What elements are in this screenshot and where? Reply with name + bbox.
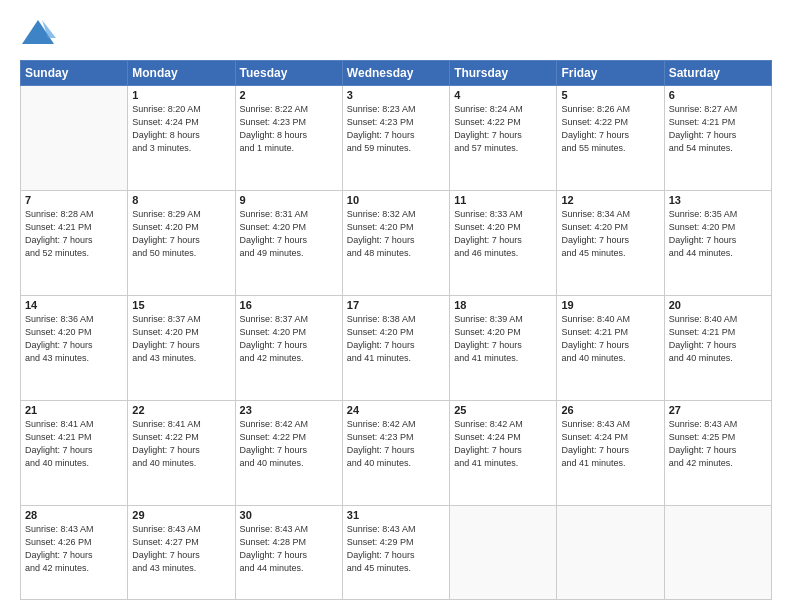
day-info: Sunrise: 8:43 AMSunset: 4:26 PMDaylight:… <box>25 523 123 575</box>
day-info: Sunrise: 8:42 AMSunset: 4:24 PMDaylight:… <box>454 418 552 470</box>
day-info: Sunrise: 8:20 AMSunset: 4:24 PMDaylight:… <box>132 103 230 155</box>
day-number: 13 <box>669 194 767 206</box>
calendar-cell: 14Sunrise: 8:36 AMSunset: 4:20 PMDayligh… <box>21 296 128 401</box>
day-number: 17 <box>347 299 445 311</box>
calendar-week-row: 7Sunrise: 8:28 AMSunset: 4:21 PMDaylight… <box>21 191 772 296</box>
weekday-header-tuesday: Tuesday <box>235 61 342 86</box>
calendar-cell: 11Sunrise: 8:33 AMSunset: 4:20 PMDayligh… <box>450 191 557 296</box>
calendar-cell: 5Sunrise: 8:26 AMSunset: 4:22 PMDaylight… <box>557 86 664 191</box>
day-info: Sunrise: 8:43 AMSunset: 4:28 PMDaylight:… <box>240 523 338 575</box>
day-number: 23 <box>240 404 338 416</box>
day-number: 29 <box>132 509 230 521</box>
day-info: Sunrise: 8:43 AMSunset: 4:29 PMDaylight:… <box>347 523 445 575</box>
day-info: Sunrise: 8:42 AMSunset: 4:23 PMDaylight:… <box>347 418 445 470</box>
day-number: 2 <box>240 89 338 101</box>
day-info: Sunrise: 8:34 AMSunset: 4:20 PMDaylight:… <box>561 208 659 260</box>
calendar-cell: 20Sunrise: 8:40 AMSunset: 4:21 PMDayligh… <box>664 296 771 401</box>
day-number: 12 <box>561 194 659 206</box>
day-number: 27 <box>669 404 767 416</box>
calendar-cell: 2Sunrise: 8:22 AMSunset: 4:23 PMDaylight… <box>235 86 342 191</box>
day-number: 3 <box>347 89 445 101</box>
calendar-cell: 13Sunrise: 8:35 AMSunset: 4:20 PMDayligh… <box>664 191 771 296</box>
day-number: 14 <box>25 299 123 311</box>
calendar-week-row: 21Sunrise: 8:41 AMSunset: 4:21 PMDayligh… <box>21 401 772 506</box>
calendar-cell: 7Sunrise: 8:28 AMSunset: 4:21 PMDaylight… <box>21 191 128 296</box>
day-number: 15 <box>132 299 230 311</box>
day-number: 9 <box>240 194 338 206</box>
day-info: Sunrise: 8:29 AMSunset: 4:20 PMDaylight:… <box>132 208 230 260</box>
weekday-header-row: SundayMondayTuesdayWednesdayThursdayFrid… <box>21 61 772 86</box>
calendar-cell: 27Sunrise: 8:43 AMSunset: 4:25 PMDayligh… <box>664 401 771 506</box>
day-number: 21 <box>25 404 123 416</box>
day-number: 30 <box>240 509 338 521</box>
day-number: 20 <box>669 299 767 311</box>
day-info: Sunrise: 8:27 AMSunset: 4:21 PMDaylight:… <box>669 103 767 155</box>
day-number: 1 <box>132 89 230 101</box>
day-info: Sunrise: 8:23 AMSunset: 4:23 PMDaylight:… <box>347 103 445 155</box>
day-info: Sunrise: 8:40 AMSunset: 4:21 PMDaylight:… <box>669 313 767 365</box>
calendar-cell: 29Sunrise: 8:43 AMSunset: 4:27 PMDayligh… <box>128 506 235 600</box>
calendar-week-row: 1Sunrise: 8:20 AMSunset: 4:24 PMDaylight… <box>21 86 772 191</box>
day-info: Sunrise: 8:35 AMSunset: 4:20 PMDaylight:… <box>669 208 767 260</box>
day-info: Sunrise: 8:43 AMSunset: 4:25 PMDaylight:… <box>669 418 767 470</box>
day-number: 31 <box>347 509 445 521</box>
calendar-cell: 23Sunrise: 8:42 AMSunset: 4:22 PMDayligh… <box>235 401 342 506</box>
day-info: Sunrise: 8:41 AMSunset: 4:21 PMDaylight:… <box>25 418 123 470</box>
day-info: Sunrise: 8:43 AMSunset: 4:24 PMDaylight:… <box>561 418 659 470</box>
weekday-header-saturday: Saturday <box>664 61 771 86</box>
day-info: Sunrise: 8:37 AMSunset: 4:20 PMDaylight:… <box>132 313 230 365</box>
day-number: 8 <box>132 194 230 206</box>
calendar-cell: 21Sunrise: 8:41 AMSunset: 4:21 PMDayligh… <box>21 401 128 506</box>
calendar-cell: 25Sunrise: 8:42 AMSunset: 4:24 PMDayligh… <box>450 401 557 506</box>
calendar-cell: 19Sunrise: 8:40 AMSunset: 4:21 PMDayligh… <box>557 296 664 401</box>
calendar-cell: 8Sunrise: 8:29 AMSunset: 4:20 PMDaylight… <box>128 191 235 296</box>
day-number: 22 <box>132 404 230 416</box>
day-info: Sunrise: 8:28 AMSunset: 4:21 PMDaylight:… <box>25 208 123 260</box>
day-info: Sunrise: 8:37 AMSunset: 4:20 PMDaylight:… <box>240 313 338 365</box>
calendar-cell: 18Sunrise: 8:39 AMSunset: 4:20 PMDayligh… <box>450 296 557 401</box>
calendar-cell: 31Sunrise: 8:43 AMSunset: 4:29 PMDayligh… <box>342 506 449 600</box>
day-info: Sunrise: 8:36 AMSunset: 4:20 PMDaylight:… <box>25 313 123 365</box>
day-number: 7 <box>25 194 123 206</box>
day-number: 26 <box>561 404 659 416</box>
day-number: 18 <box>454 299 552 311</box>
page-header <box>20 16 772 52</box>
calendar-cell <box>664 506 771 600</box>
day-number: 6 <box>669 89 767 101</box>
calendar-cell: 28Sunrise: 8:43 AMSunset: 4:26 PMDayligh… <box>21 506 128 600</box>
day-number: 25 <box>454 404 552 416</box>
day-info: Sunrise: 8:38 AMSunset: 4:20 PMDaylight:… <box>347 313 445 365</box>
calendar-cell <box>557 506 664 600</box>
calendar-cell: 17Sunrise: 8:38 AMSunset: 4:20 PMDayligh… <box>342 296 449 401</box>
calendar-cell: 9Sunrise: 8:31 AMSunset: 4:20 PMDaylight… <box>235 191 342 296</box>
calendar-cell: 3Sunrise: 8:23 AMSunset: 4:23 PMDaylight… <box>342 86 449 191</box>
day-info: Sunrise: 8:31 AMSunset: 4:20 PMDaylight:… <box>240 208 338 260</box>
calendar-cell: 1Sunrise: 8:20 AMSunset: 4:24 PMDaylight… <box>128 86 235 191</box>
weekday-header-friday: Friday <box>557 61 664 86</box>
calendar-cell: 24Sunrise: 8:42 AMSunset: 4:23 PMDayligh… <box>342 401 449 506</box>
day-number: 16 <box>240 299 338 311</box>
day-number: 19 <box>561 299 659 311</box>
calendar-cell: 4Sunrise: 8:24 AMSunset: 4:22 PMDaylight… <box>450 86 557 191</box>
logo <box>20 16 62 52</box>
calendar-cell: 26Sunrise: 8:43 AMSunset: 4:24 PMDayligh… <box>557 401 664 506</box>
day-number: 24 <box>347 404 445 416</box>
calendar-cell: 22Sunrise: 8:41 AMSunset: 4:22 PMDayligh… <box>128 401 235 506</box>
day-info: Sunrise: 8:22 AMSunset: 4:23 PMDaylight:… <box>240 103 338 155</box>
day-number: 10 <box>347 194 445 206</box>
logo-icon <box>20 16 56 52</box>
calendar-cell <box>21 86 128 191</box>
day-info: Sunrise: 8:40 AMSunset: 4:21 PMDaylight:… <box>561 313 659 365</box>
day-info: Sunrise: 8:32 AMSunset: 4:20 PMDaylight:… <box>347 208 445 260</box>
weekday-header-sunday: Sunday <box>21 61 128 86</box>
calendar-cell: 12Sunrise: 8:34 AMSunset: 4:20 PMDayligh… <box>557 191 664 296</box>
day-number: 5 <box>561 89 659 101</box>
calendar-cell: 10Sunrise: 8:32 AMSunset: 4:20 PMDayligh… <box>342 191 449 296</box>
day-info: Sunrise: 8:42 AMSunset: 4:22 PMDaylight:… <box>240 418 338 470</box>
day-number: 11 <box>454 194 552 206</box>
weekday-header-wednesday: Wednesday <box>342 61 449 86</box>
calendar-cell: 16Sunrise: 8:37 AMSunset: 4:20 PMDayligh… <box>235 296 342 401</box>
day-info: Sunrise: 8:24 AMSunset: 4:22 PMDaylight:… <box>454 103 552 155</box>
calendar-table: SundayMondayTuesdayWednesdayThursdayFrid… <box>20 60 772 600</box>
calendar-week-row: 28Sunrise: 8:43 AMSunset: 4:26 PMDayligh… <box>21 506 772 600</box>
